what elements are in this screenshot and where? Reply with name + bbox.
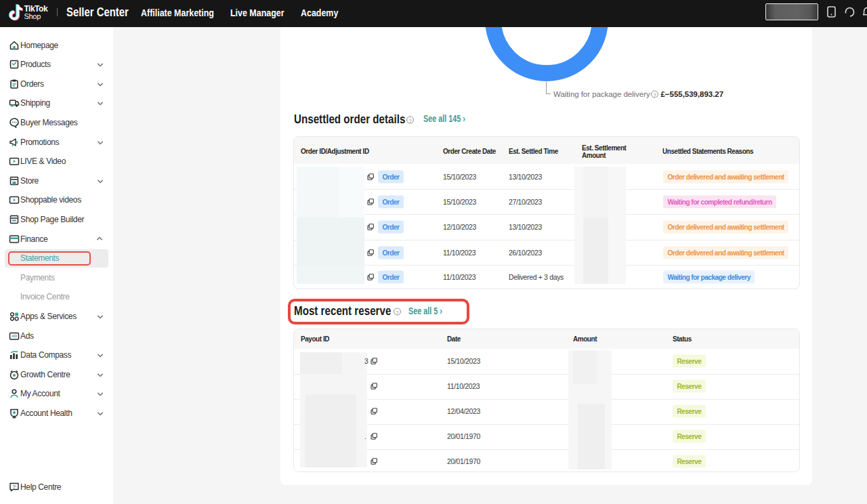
svg-text:?: ?	[13, 483, 16, 489]
svg-text:AD: AD	[12, 334, 17, 338]
